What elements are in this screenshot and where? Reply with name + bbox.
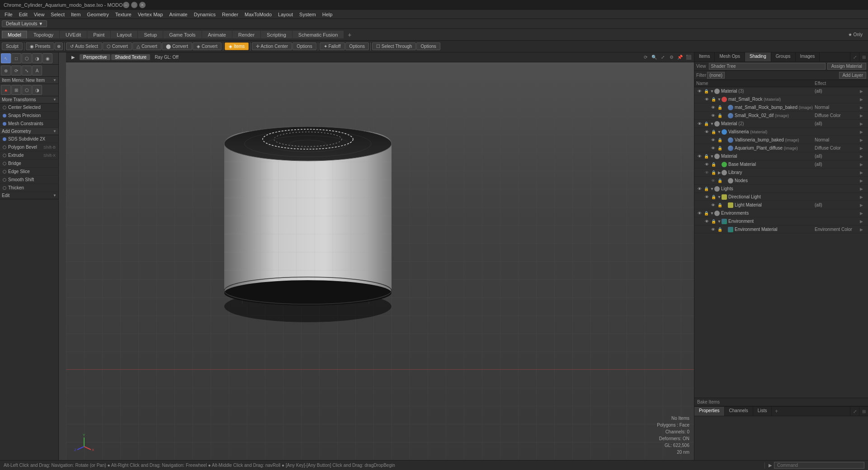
vp-icon-expand[interactable]: ⤢ (659, 54, 666, 61)
mesh-icon-4[interactable]: ◑ (32, 85, 42, 95)
sculpt-button[interactable]: Sculpt (2, 42, 23, 50)
shader-row-dir-light[interactable]: 👁 🔒 ▼ Directional Light ▶ (694, 193, 868, 201)
mesh-icon-2[interactable]: ⊞ (11, 85, 21, 95)
lock-env-mat[interactable]: 🔒 (717, 226, 723, 233)
default-layouts-button[interactable]: Default Layouts ▼ (2, 20, 47, 27)
panel-tab-mesh-ops[interactable]: Mesh Ops (715, 52, 745, 61)
tab-topology[interactable]: Topology (28, 31, 59, 38)
filter-select[interactable]: (none) (707, 72, 725, 79)
tab-schematic-fusion[interactable]: Schematic Fusion (292, 31, 344, 38)
menu-dynamics[interactable]: Dynamics (191, 11, 218, 18)
item-menu-row[interactable]: Item Menu: New Item ▼ (0, 77, 58, 84)
menu-maxtomodo[interactable]: MaxToModo (242, 11, 274, 18)
tab-animate[interactable]: Animate (202, 31, 232, 38)
eye-nodes[interactable]: 👁 (710, 178, 716, 184)
menu-file[interactable]: File (2, 11, 15, 18)
lock-lights[interactable]: 🔒 (703, 186, 709, 192)
panel-tab-groups[interactable]: Groups (771, 52, 796, 61)
shader-row-env-mat[interactable]: 👁 🔒 ▼ Environment Material Environment C… (694, 226, 868, 234)
arrow-library[interactable]: ▶ (860, 170, 866, 175)
status-arrow[interactable]: ▶ (769, 463, 772, 468)
convert3-button[interactable]: ⬤ Convert (162, 42, 192, 50)
add-layer-button[interactable]: Add Layer (839, 72, 866, 79)
tool-polygon-bevel[interactable]: Polygon Bevel Shift-B (0, 143, 58, 151)
tool-thicken[interactable]: Thicken (0, 184, 58, 192)
arrow-material-2[interactable]: ▶ (860, 122, 866, 126)
shader-row-val-bump[interactable]: 👁 🔒 ▼ Vallisneria_bump_baked (Image) Nor… (694, 136, 868, 144)
arrow-environments[interactable]: ▶ (860, 211, 866, 216)
prop-tab-properties[interactable]: Properties (694, 407, 725, 416)
panel-icon-pin[interactable]: ⊞ (859, 52, 868, 61)
eye-env-mat[interactable]: 👁 (710, 226, 716, 233)
shader-row-rock-dif[interactable]: 👁 🔒 ▼ Small_Rock_02_dif (Image) Diffuse … (694, 112, 868, 120)
convert4-button[interactable]: ◈ Convert (193, 42, 222, 50)
tab-setup[interactable]: Setup (138, 31, 163, 38)
lock-material-3[interactable]: 🔒 (703, 88, 709, 94)
shader-row-small-rock[interactable]: 👁 🔒 ▼ mat_Small_Rock (Material) ▶ (694, 95, 868, 103)
arrow-vallisneria[interactable]: ▶ (860, 130, 866, 134)
vp-icon-pin[interactable]: 📌 (676, 54, 684, 61)
arrow-base-mat[interactable]: ▶ (860, 162, 866, 167)
prop-tab-channels[interactable]: Channels (725, 407, 753, 416)
arrow-aquarium-dif[interactable]: ▶ (860, 146, 866, 150)
options2-button[interactable]: Options (345, 42, 369, 50)
toggle-material-2[interactable]: ▼ (710, 122, 714, 126)
menu-help[interactable]: Help (320, 11, 335, 18)
tab-game-tools[interactable]: Game Tools (163, 31, 202, 38)
lock-dir-light[interactable]: 🔒 (710, 194, 717, 200)
eye-lights[interactable]: 👁 (696, 186, 703, 192)
tab-layout[interactable]: Layout (111, 31, 137, 38)
eye-bump-baked[interactable]: 👁 (710, 104, 716, 111)
tab-model[interactable]: Model (2, 31, 27, 38)
shader-row-environments[interactable]: 👁 🔒 ▼ Environments ▶ (694, 209, 868, 217)
vp-perspective-tab[interactable]: Perspective (80, 54, 110, 60)
arrow-nodes[interactable]: ▶ (860, 179, 866, 183)
minimize-button[interactable]: ─ (123, 2, 129, 8)
close-button[interactable]: ✕ (139, 2, 146, 8)
eye-material-2[interactable]: 👁 (696, 121, 703, 127)
shader-row-environment[interactable]: 👁 🔒 ▼ Environment ▶ (694, 217, 868, 226)
mesh-icon-1[interactable]: 🔺 (1, 85, 11, 95)
prop-tab-plus[interactable]: + (772, 407, 781, 416)
panel-tab-items[interactable]: Items (694, 52, 715, 61)
lock-aquarium-dif[interactable]: 🔒 (717, 145, 723, 151)
eye-vallisneria[interactable]: 👁 (703, 129, 710, 135)
tool-edge-slice[interactable]: Edge Slice (0, 168, 58, 176)
vp-icon-reload[interactable]: ⟳ (642, 54, 649, 61)
toggle-material-single[interactable]: ▼ (710, 154, 714, 159)
vp-shading-tab[interactable]: Shaded Texture (111, 54, 150, 60)
eye-val-bump[interactable]: 👁 (710, 137, 716, 143)
menu-edit[interactable]: Edit (16, 11, 30, 18)
eye-dir-light[interactable]: 👁 (703, 194, 710, 200)
toggle-dir-light[interactable]: ▼ (717, 195, 722, 199)
eye-small-rock[interactable]: 👁 (703, 96, 710, 103)
options3-button[interactable]: Options (416, 42, 440, 50)
lock-environments[interactable]: 🔒 (703, 210, 709, 216)
prop-tab-lists[interactable]: Lists (753, 407, 772, 416)
select-through-button[interactable]: ☐ Select Through (372, 42, 416, 50)
shader-row-lights[interactable]: 👁 🔒 ▼ Lights ▶ (694, 185, 868, 193)
icon-btn-lasso[interactable]: ⬡ (22, 53, 32, 63)
arrow-env-mat[interactable]: ▶ (860, 227, 866, 232)
lock-small-rock[interactable]: 🔒 (710, 96, 717, 103)
arrow-small-rock[interactable]: ▶ (860, 97, 866, 102)
lock-bump-baked[interactable]: 🔒 (717, 104, 723, 111)
icon-btn-rotate[interactable]: ⟳ (11, 66, 21, 75)
arrow-light-mat[interactable]: ▶ (860, 203, 866, 207)
arrow-dir-light[interactable]: ▶ (860, 195, 866, 199)
lock-vallisneria[interactable]: 🔒 (710, 129, 717, 135)
shader-row-library[interactable]: 👁 🔒 ▶ Library ▶ (694, 169, 868, 177)
options1-button[interactable]: Options (292, 42, 316, 50)
vp-icon-zoom[interactable]: 🔍 (651, 54, 658, 61)
tool-smooth-shift[interactable]: Smooth Shift (0, 176, 58, 184)
eye-environments[interactable]: 👁 (696, 210, 703, 216)
arrow-rock-dif[interactable]: ▶ (860, 113, 866, 118)
lock-light-mat[interactable]: 🔒 (717, 202, 723, 208)
menu-render[interactable]: Render (219, 11, 241, 18)
prop-icon-expand[interactable]: ⤢ (850, 407, 859, 416)
arrow-material-3[interactable]: ▶ (860, 89, 866, 94)
tool-extrude[interactable]: Extrude Shift-X (0, 151, 58, 160)
toggle-material-3[interactable]: ▼ (710, 89, 714, 94)
menu-item[interactable]: Item (68, 11, 83, 18)
presets-pin-button[interactable]: ⊕ (55, 42, 63, 50)
